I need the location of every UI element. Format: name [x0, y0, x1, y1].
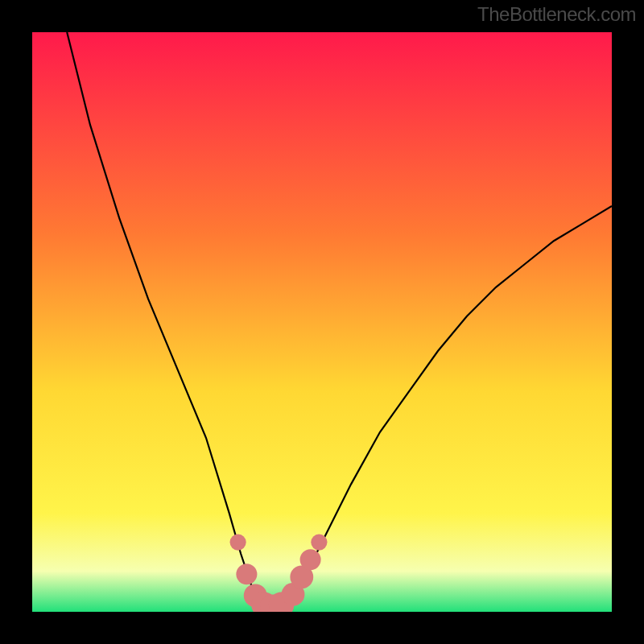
- bottleneck-chart: [32, 32, 612, 612]
- plot-area: [32, 32, 612, 612]
- gradient-background: [32, 32, 612, 612]
- watermark-text: TheBottleneck.com: [477, 3, 636, 26]
- marker-point: [236, 564, 257, 584]
- marker-point: [300, 549, 321, 570]
- marker-point: [311, 535, 327, 551]
- outer-frame: TheBottleneck.com: [0, 0, 644, 644]
- marker-point: [230, 535, 246, 551]
